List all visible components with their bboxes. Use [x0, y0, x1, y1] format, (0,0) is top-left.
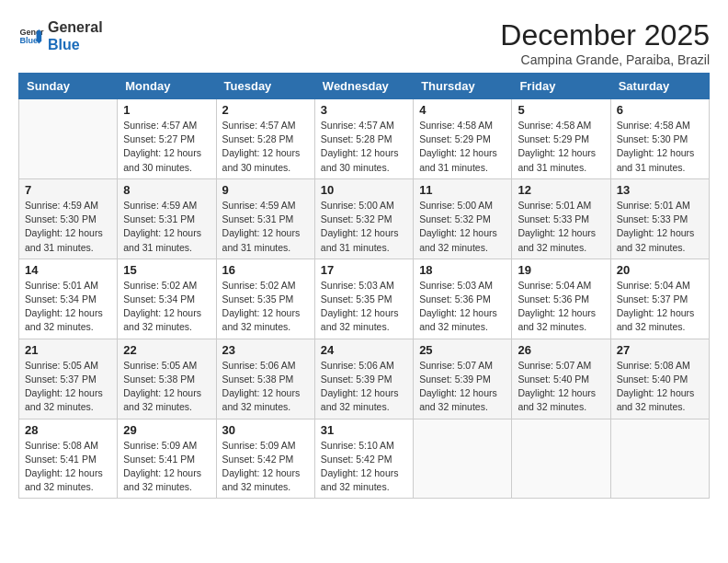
day-info: Sunrise: 5:01 AMSunset: 5:33 PMDaylight:… — [518, 199, 604, 255]
calendar-day-cell: 9Sunrise: 4:59 AMSunset: 5:31 PMDaylight… — [216, 178, 314, 259]
calendar-day-cell: 17Sunrise: 5:03 AMSunset: 5:35 PMDayligh… — [314, 259, 413, 339]
calendar-day-cell: 3Sunrise: 4:57 AMSunset: 5:28 PMDaylight… — [314, 99, 413, 179]
calendar-day-cell: 21Sunrise: 5:05 AMSunset: 5:37 PMDayligh… — [19, 339, 118, 419]
day-number: 15 — [123, 263, 210, 277]
calendar-day-cell: 12Sunrise: 5:01 AMSunset: 5:33 PMDayligh… — [512, 178, 610, 259]
calendar-day-cell: 4Sunrise: 4:58 AMSunset: 5:29 PMDaylight… — [414, 99, 512, 179]
day-info: Sunrise: 4:57 AMSunset: 5:28 PMDaylight:… — [222, 119, 309, 175]
calendar-week-row: 7Sunrise: 4:59 AMSunset: 5:30 PMDaylight… — [19, 178, 710, 259]
calendar-day-cell: 1Sunrise: 4:57 AMSunset: 5:27 PMDaylight… — [118, 99, 216, 179]
day-number: 31 — [321, 423, 407, 437]
day-info: Sunrise: 5:09 AMSunset: 5:42 PMDaylight:… — [222, 439, 309, 495]
day-number: 18 — [419, 263, 506, 277]
page-header: General Blue General Blue December 2025 … — [18, 18, 710, 67]
day-number: 16 — [222, 263, 309, 277]
day-info: Sunrise: 5:05 AMSunset: 5:37 PMDaylight:… — [25, 359, 111, 415]
day-number: 8 — [123, 183, 210, 197]
calendar-week-row: 21Sunrise: 5:05 AMSunset: 5:37 PMDayligh… — [19, 339, 710, 419]
calendar-day-cell: 29Sunrise: 5:09 AMSunset: 5:41 PMDayligh… — [118, 419, 216, 499]
weekday-header-monday: Monday — [118, 74, 216, 99]
day-number: 27 — [617, 343, 703, 357]
calendar-day-cell: 20Sunrise: 5:04 AMSunset: 5:37 PMDayligh… — [610, 259, 709, 339]
weekday-header-thursday: Thursday — [414, 74, 512, 99]
day-number: 28 — [25, 423, 111, 437]
calendar-day-cell: 2Sunrise: 4:57 AMSunset: 5:28 PMDaylight… — [216, 99, 314, 179]
day-info: Sunrise: 5:02 AMSunset: 5:35 PMDaylight:… — [222, 279, 309, 335]
weekday-header-tuesday: Tuesday — [216, 74, 314, 99]
day-number: 29 — [123, 423, 210, 437]
calendar-day-cell: 5Sunrise: 4:58 AMSunset: 5:29 PMDaylight… — [512, 99, 610, 179]
logo-text-general: General — [48, 18, 103, 36]
calendar-day-cell: 8Sunrise: 4:59 AMSunset: 5:31 PMDaylight… — [118, 178, 216, 259]
day-number: 22 — [123, 343, 210, 357]
calendar-week-row: 14Sunrise: 5:01 AMSunset: 5:34 PMDayligh… — [19, 259, 710, 339]
calendar-day-cell: 13Sunrise: 5:01 AMSunset: 5:33 PMDayligh… — [610, 178, 709, 259]
day-info: Sunrise: 5:03 AMSunset: 5:35 PMDaylight:… — [321, 279, 407, 335]
calendar-day-cell — [414, 419, 512, 499]
day-info: Sunrise: 5:04 AMSunset: 5:37 PMDaylight:… — [617, 279, 703, 335]
logo: General Blue General Blue — [18, 18, 103, 53]
calendar-day-cell: 14Sunrise: 5:01 AMSunset: 5:34 PMDayligh… — [19, 259, 118, 339]
day-number: 20 — [617, 263, 703, 277]
day-info: Sunrise: 5:07 AMSunset: 5:40 PMDaylight:… — [518, 359, 604, 415]
weekday-header-wednesday: Wednesday — [314, 74, 413, 99]
day-number: 24 — [321, 343, 407, 357]
day-info: Sunrise: 5:05 AMSunset: 5:38 PMDaylight:… — [123, 359, 210, 415]
day-info: Sunrise: 5:01 AMSunset: 5:34 PMDaylight:… — [25, 279, 111, 335]
calendar-day-cell: 23Sunrise: 5:06 AMSunset: 5:38 PMDayligh… — [216, 339, 314, 419]
day-info: Sunrise: 5:01 AMSunset: 5:33 PMDaylight:… — [617, 199, 703, 255]
calendar-day-cell: 26Sunrise: 5:07 AMSunset: 5:40 PMDayligh… — [512, 339, 610, 419]
calendar-day-cell: 25Sunrise: 5:07 AMSunset: 5:39 PMDayligh… — [414, 339, 512, 419]
calendar-header-row: SundayMondayTuesdayWednesdayThursdayFrid… — [19, 74, 710, 99]
day-info: Sunrise: 5:02 AMSunset: 5:34 PMDaylight:… — [123, 279, 210, 335]
calendar-day-cell: 15Sunrise: 5:02 AMSunset: 5:34 PMDayligh… — [118, 259, 216, 339]
calendar-day-cell: 7Sunrise: 4:59 AMSunset: 5:30 PMDaylight… — [19, 178, 118, 259]
day-info: Sunrise: 5:08 AMSunset: 5:40 PMDaylight:… — [617, 359, 703, 415]
calendar-day-cell: 31Sunrise: 5:10 AMSunset: 5:42 PMDayligh… — [314, 419, 413, 499]
day-number: 1 — [123, 103, 210, 117]
day-number: 11 — [419, 183, 506, 197]
calendar-day-cell: 10Sunrise: 5:00 AMSunset: 5:32 PMDayligh… — [314, 178, 413, 259]
calendar-week-row: 1Sunrise: 4:57 AMSunset: 5:27 PMDaylight… — [19, 99, 710, 179]
day-info: Sunrise: 4:57 AMSunset: 5:27 PMDaylight:… — [123, 119, 210, 175]
logo-text-blue: Blue — [48, 36, 103, 53]
day-info: Sunrise: 5:09 AMSunset: 5:41 PMDaylight:… — [123, 439, 210, 495]
weekday-header-saturday: Saturday — [610, 74, 709, 99]
calendar-day-cell: 24Sunrise: 5:06 AMSunset: 5:39 PMDayligh… — [314, 339, 413, 419]
day-info: Sunrise: 4:59 AMSunset: 5:31 PMDaylight:… — [222, 199, 309, 255]
day-number: 19 — [518, 263, 604, 277]
day-info: Sunrise: 5:08 AMSunset: 5:41 PMDaylight:… — [25, 439, 111, 495]
calendar-day-cell: 28Sunrise: 5:08 AMSunset: 5:41 PMDayligh… — [19, 419, 118, 499]
day-number: 12 — [518, 183, 604, 197]
calendar-day-cell: 19Sunrise: 5:04 AMSunset: 5:36 PMDayligh… — [512, 259, 610, 339]
day-info: Sunrise: 5:00 AMSunset: 5:32 PMDaylight:… — [321, 199, 407, 255]
day-number: 3 — [321, 103, 407, 117]
day-number: 26 — [518, 343, 604, 357]
day-number: 21 — [25, 343, 111, 357]
calendar-table: SundayMondayTuesdayWednesdayThursdayFrid… — [18, 73, 710, 499]
calendar-day-cell — [19, 99, 118, 179]
location-subtitle: Campina Grande, Paraiba, Brazil — [500, 52, 710, 67]
day-number: 30 — [222, 423, 309, 437]
day-number: 13 — [617, 183, 703, 197]
day-number: 7 — [25, 183, 111, 197]
title-section: December 2025 Campina Grande, Paraiba, B… — [500, 18, 710, 67]
calendar-day-cell: 16Sunrise: 5:02 AMSunset: 5:35 PMDayligh… — [216, 259, 314, 339]
day-info: Sunrise: 5:07 AMSunset: 5:39 PMDaylight:… — [419, 359, 506, 415]
day-info: Sunrise: 5:06 AMSunset: 5:39 PMDaylight:… — [321, 359, 407, 415]
calendar-day-cell: 11Sunrise: 5:00 AMSunset: 5:32 PMDayligh… — [414, 178, 512, 259]
day-info: Sunrise: 4:58 AMSunset: 5:29 PMDaylight:… — [419, 119, 506, 175]
day-info: Sunrise: 5:06 AMSunset: 5:38 PMDaylight:… — [222, 359, 309, 415]
day-number: 25 — [419, 343, 506, 357]
day-info: Sunrise: 4:57 AMSunset: 5:28 PMDaylight:… — [321, 119, 407, 175]
day-number: 2 — [222, 103, 309, 117]
weekday-header-sunday: Sunday — [19, 74, 118, 99]
month-title: December 2025 — [500, 18, 710, 52]
day-number: 9 — [222, 183, 309, 197]
day-number: 6 — [617, 103, 703, 117]
calendar-week-row: 28Sunrise: 5:08 AMSunset: 5:41 PMDayligh… — [19, 419, 710, 499]
weekday-header-friday: Friday — [512, 74, 610, 99]
day-info: Sunrise: 4:59 AMSunset: 5:30 PMDaylight:… — [25, 199, 111, 255]
calendar-day-cell: 22Sunrise: 5:05 AMSunset: 5:38 PMDayligh… — [118, 339, 216, 419]
calendar-day-cell: 27Sunrise: 5:08 AMSunset: 5:40 PMDayligh… — [610, 339, 709, 419]
